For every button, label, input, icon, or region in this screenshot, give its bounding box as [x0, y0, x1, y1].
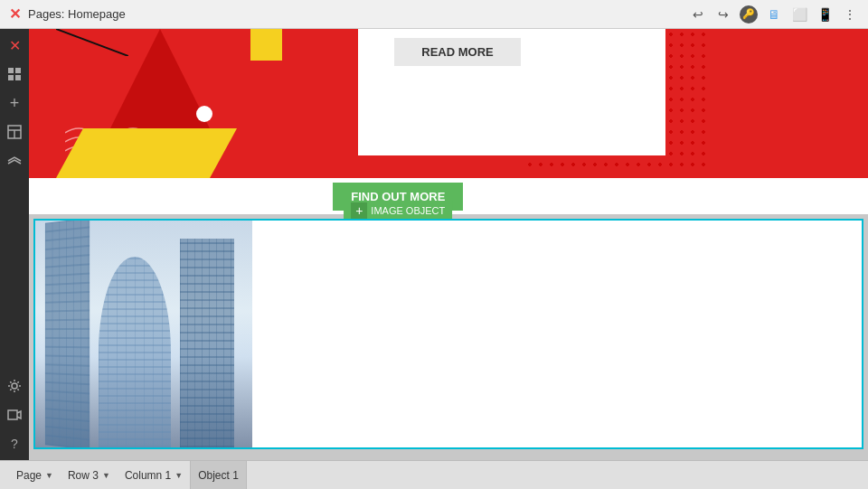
desktop-icon[interactable]: 🖥 — [765, 5, 783, 24]
statusbar: Page ▼ Row 3 ▼ Column 1 ▼ Object 1 — [0, 460, 868, 489]
topbar-left: ✕ Pages: Homepage — [9, 5, 126, 23]
topbar-title: Pages: Homepage — [28, 7, 126, 21]
read-more-button[interactable]: READ MORE — [394, 38, 521, 66]
building-glass-1 — [45, 221, 90, 447]
row-chevron: ▼ — [102, 471, 110, 480]
sidebar-layers-icon[interactable] — [2, 148, 27, 174]
main-layout: ✕ + ? — [0, 29, 868, 460]
statusbar-row[interactable]: Row 3 ▼ — [61, 461, 118, 489]
topbar: ✕ Pages: Homepage ↩ ↪ 🔑 🖥 ⬜ 📱 ⋮ — [0, 0, 868, 29]
svg-rect-8 — [8, 410, 17, 419]
statusbar-object[interactable]: Object 1 — [190, 461, 247, 489]
svg-rect-3 — [15, 75, 21, 80]
topbar-right: ↩ ↪ 🔑 🖥 ⬜ 📱 ⋮ — [689, 5, 859, 24]
image-section — [33, 219, 863, 449]
deco-white-circle — [196, 106, 212, 122]
more-icon[interactable]: ⋮ — [841, 5, 859, 24]
svg-point-7 — [12, 383, 17, 389]
image-placeholder — [35, 221, 252, 447]
svg-rect-1 — [15, 68, 21, 73]
svg-rect-0 — [8, 68, 14, 73]
building-glass-2 — [99, 257, 171, 447]
statusbar-column[interactable]: Column 1 ▼ — [118, 461, 190, 489]
deco-yellow-square — [250, 29, 282, 61]
sidebar-layout-icon[interactable] — [2, 119, 27, 145]
hero-section: READ MORE — [29, 29, 868, 178]
page-chevron: ▼ — [45, 471, 53, 480]
sidebar-settings-icon[interactable] — [2, 373, 27, 399]
sidebar-grid-icon[interactable] — [2, 61, 27, 87]
canvas-area: READ MORE FIND OUT MORE + IMAGE OBJECT — [29, 29, 868, 460]
deco-yellow-shape — [56, 128, 237, 178]
building-glass-3 — [180, 239, 234, 447]
sidebar-add-icon[interactable]: + — [2, 90, 27, 116]
find-out-section: FIND OUT MORE + IMAGE OBJECT — [29, 178, 868, 214]
statusbar-page[interactable]: Page ▼ — [9, 461, 61, 489]
sidebar-video-icon[interactable] — [2, 402, 27, 428]
redo-icon[interactable]: ↪ — [714, 5, 732, 24]
close-icon[interactable]: ✕ — [9, 5, 21, 23]
sidebar: ✕ + ? — [0, 29, 29, 460]
key-shield-icon[interactable]: 🔑 — [740, 5, 758, 24]
column-chevron: ▼ — [175, 471, 183, 480]
undo-icon[interactable]: ↩ — [689, 5, 707, 24]
svg-rect-2 — [8, 75, 14, 80]
deco-triangle — [110, 29, 210, 128]
add-object-icon[interactable]: + — [351, 202, 367, 219]
tablet-icon[interactable]: ⬜ — [790, 5, 808, 24]
content-area — [252, 221, 862, 447]
mobile-icon[interactable]: 📱 — [816, 5, 834, 24]
sidebar-help-icon[interactable]: ? — [2, 431, 27, 456]
image-object-label: + IMAGE OBJECT — [344, 201, 452, 221]
sidebar-close-icon[interactable]: ✕ — [2, 33, 27, 58]
